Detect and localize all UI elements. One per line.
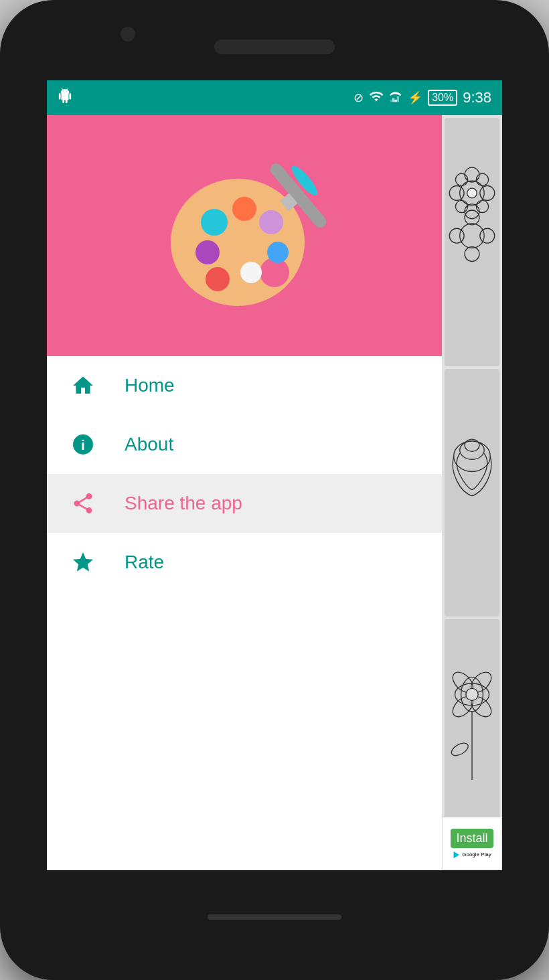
svg-point-15 <box>465 210 479 225</box>
home-icon <box>68 371 98 400</box>
svg-point-18 <box>480 228 495 243</box>
svg-point-39 <box>240 262 262 283</box>
bolt-icon: ⚡ <box>408 90 422 105</box>
signal-icon <box>389 89 402 107</box>
ad-banner: Install Google Play <box>442 817 502 870</box>
svg-point-6 <box>465 204 479 219</box>
wifi-icon <box>369 89 384 107</box>
share-label: Share the app <box>125 493 242 514</box>
svg-point-9 <box>455 173 467 185</box>
menu-item-rate[interactable]: Rate <box>47 533 442 592</box>
coloring-grid <box>442 115 502 870</box>
google-play-badge: Google Play <box>453 851 491 859</box>
menu-item-home[interactable]: Home <box>47 356 442 415</box>
svg-text:i: i <box>81 437 85 453</box>
svg-rect-0 <box>394 100 396 102</box>
svg-rect-1 <box>392 98 394 102</box>
status-left <box>58 88 72 107</box>
svg-point-16 <box>465 247 479 262</box>
svg-point-30 <box>449 741 470 758</box>
svg-point-10 <box>476 173 488 185</box>
phone-bottom <box>0 870 549 951</box>
svg-point-36 <box>267 242 289 263</box>
star-icon <box>68 548 98 577</box>
install-button[interactable]: Install <box>451 829 493 848</box>
status-bar: ⊘ ⚡ 30% 9:38 <box>47 80 502 115</box>
svg-point-12 <box>476 200 488 212</box>
time-display: 9:38 <box>463 89 491 106</box>
about-label: About <box>125 434 173 455</box>
svg-rect-3 <box>390 100 392 102</box>
svg-point-13 <box>467 188 477 198</box>
svg-point-38 <box>206 267 230 291</box>
no-sim-icon: ⊘ <box>354 90 364 105</box>
svg-point-8 <box>480 186 495 201</box>
android-icon <box>58 88 72 107</box>
svg-point-14 <box>460 224 484 248</box>
speaker <box>214 39 335 54</box>
palette-illustration <box>157 149 331 323</box>
status-right: ⊘ ⚡ 30% 9:38 <box>354 89 491 107</box>
menu-item-share[interactable]: Share the app <box>47 474 442 533</box>
menu-list: Home i About <box>47 356 442 870</box>
svg-point-20 <box>460 441 484 459</box>
phone-top <box>0 0 549 80</box>
svg-point-33 <box>201 209 228 236</box>
home-label: Home <box>125 375 175 396</box>
info-icon: i <box>68 430 98 459</box>
coloring-cell-1[interactable] <box>445 118 499 366</box>
svg-point-37 <box>195 240 220 264</box>
share-icon <box>68 489 98 518</box>
drawer-header <box>47 115 442 356</box>
svg-point-28 <box>466 689 478 701</box>
svg-point-5 <box>465 167 479 182</box>
menu-item-about[interactable]: i About <box>47 415 442 474</box>
coloring-cell-2[interactable] <box>445 369 499 617</box>
svg-point-11 <box>455 200 467 212</box>
svg-point-17 <box>449 228 464 243</box>
rate-label: Rate <box>125 552 164 573</box>
phone-device: ⊘ ⚡ 30% 9:38 <box>0 0 549 980</box>
svg-point-19 <box>454 441 491 472</box>
svg-point-7 <box>449 186 464 201</box>
front-camera <box>121 27 135 42</box>
navigation-drawer: Home i About <box>47 115 442 870</box>
battery-indicator: 30% <box>428 90 457 106</box>
home-indicator <box>208 914 341 920</box>
svg-point-34 <box>232 197 256 221</box>
svg-rect-2 <box>397 96 399 102</box>
svg-point-35 <box>259 210 283 234</box>
phone-screen: ⊘ ⚡ 30% 9:38 <box>47 80 502 870</box>
